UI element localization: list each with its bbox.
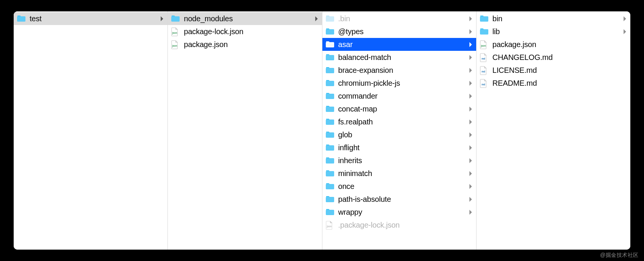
chevron-right-icon (469, 94, 472, 99)
chevron-right-icon (623, 29, 627, 34)
chevron-right-icon (469, 16, 472, 21)
folder-row[interactable]: minimatch (322, 167, 476, 180)
chevron-right-icon (469, 158, 472, 163)
svg-rect-4 (326, 16, 334, 22)
chevron-right-icon (469, 29, 472, 34)
svg-rect-17 (326, 184, 334, 189)
item-label: CHANGELOG.md (492, 53, 627, 62)
item-label: bin (492, 14, 621, 23)
folder-row[interactable]: wrappy (322, 206, 476, 219)
file-row[interactable]: md README.md (477, 77, 630, 90)
chevron-right-icon (469, 68, 472, 73)
file-row[interactable]: json package-lock.json (168, 25, 322, 38)
item-label: README.md (492, 79, 627, 88)
folder-icon (325, 156, 335, 165)
folder-row[interactable]: .bin (322, 12, 476, 25)
folder-icon (480, 27, 489, 36)
folder-icon (325, 182, 335, 190)
watermark-text: @掘金技术社区 (600, 252, 639, 259)
folder-row[interactable]: glob (322, 128, 476, 141)
chevron-right-icon (315, 16, 318, 21)
folder-row[interactable]: bin (477, 12, 630, 25)
folder-icon (325, 118, 335, 126)
folder-icon (325, 130, 335, 139)
folder-row[interactable]: lib (477, 25, 630, 38)
folder-icon (325, 40, 335, 49)
svg-rect-6 (326, 42, 334, 47)
item-label: chromium-pickle-js (338, 79, 467, 88)
folder-row[interactable]: commander (322, 90, 476, 102)
folder-icon (325, 79, 335, 87)
folder-row[interactable]: fs.realpath (322, 115, 476, 128)
folder-row[interactable]: once (322, 180, 476, 193)
svg-rect-15 (326, 158, 334, 164)
chevron-right-icon (469, 197, 472, 202)
svg-rect-19 (326, 210, 334, 215)
item-label: lib (492, 27, 621, 36)
finder-column[interactable]: bin lib json package.json md CHANGELOG.m… (477, 11, 630, 250)
svg-text:md: md (481, 83, 485, 86)
folder-row[interactable]: inherits (322, 154, 476, 167)
item-label: package.json (492, 40, 627, 49)
item-label: node_modules (184, 14, 312, 23)
folder-row[interactable]: inflight (322, 141, 476, 154)
chevron-right-icon (469, 119, 472, 124)
item-label: path-is-absolute (338, 195, 467, 204)
chevron-right-icon (469, 210, 472, 215)
file-row[interactable]: json package.json (168, 38, 322, 51)
folder-row[interactable]: chromium-pickle-js (322, 77, 476, 90)
finder-column[interactable]: .bin @types asar balanced-match brace-ex… (322, 11, 477, 250)
item-label: package-lock.json (184, 27, 318, 36)
folder-row[interactable]: brace-expansion (322, 64, 476, 77)
svg-rect-10 (326, 94, 334, 99)
chevron-right-icon (469, 107, 472, 112)
folder-icon (480, 14, 489, 23)
svg-text:json: json (172, 44, 177, 47)
folder-row[interactable]: test (14, 12, 167, 25)
folder-row[interactable]: path-is-absolute (322, 193, 476, 206)
md-file-icon: md (480, 66, 489, 74)
json-file-icon: json (171, 27, 180, 36)
finder-column[interactable]: test (14, 11, 168, 250)
svg-rect-5 (326, 29, 334, 35)
svg-text:json: json (480, 44, 486, 47)
folder-row[interactable]: balanced-match (322, 51, 476, 64)
file-row[interactable]: json .package-lock.json (322, 219, 476, 231)
folder-row[interactable]: @types (322, 25, 476, 38)
file-row[interactable]: json package.json (477, 38, 630, 51)
chevron-right-icon (160, 16, 164, 21)
item-label: .package-lock.json (338, 221, 472, 230)
chevron-right-icon (469, 132, 472, 137)
item-label: minimatch (338, 169, 467, 178)
folder-icon (171, 14, 180, 23)
folder-icon (325, 14, 335, 23)
svg-rect-12 (326, 119, 334, 125)
finder-column[interactable]: node_modules json package-lock.json json… (168, 11, 322, 250)
chevron-right-icon (469, 81, 472, 86)
folder-row[interactable]: asar (322, 38, 476, 51)
chevron-right-icon (469, 145, 472, 150)
json-file-icon: json (171, 40, 180, 49)
file-row[interactable]: md LICENSE.md (477, 64, 630, 77)
folder-icon (325, 143, 335, 152)
file-row[interactable]: md CHANGELOG.md (477, 51, 630, 64)
svg-rect-14 (326, 145, 334, 151)
chevron-right-icon (469, 55, 472, 60)
item-label: .bin (338, 14, 467, 23)
item-label: LICENSE.md (492, 66, 627, 75)
item-label: wrappy (338, 208, 467, 217)
folder-icon (325, 169, 335, 178)
folder-row[interactable]: node_modules (168, 12, 322, 25)
svg-text:json: json (326, 225, 331, 228)
md-file-icon: md (480, 53, 489, 61)
folder-icon (325, 66, 335, 74)
item-label: fs.realpath (338, 118, 467, 126)
item-label: package.json (184, 40, 318, 49)
svg-rect-16 (326, 171, 334, 176)
svg-text:json: json (172, 31, 177, 35)
item-label: balanced-match (338, 53, 467, 62)
json-file-icon: json (325, 221, 335, 229)
item-label: commander (338, 92, 467, 101)
svg-rect-22 (480, 29, 488, 35)
folder-row[interactable]: concat-map (322, 102, 476, 115)
